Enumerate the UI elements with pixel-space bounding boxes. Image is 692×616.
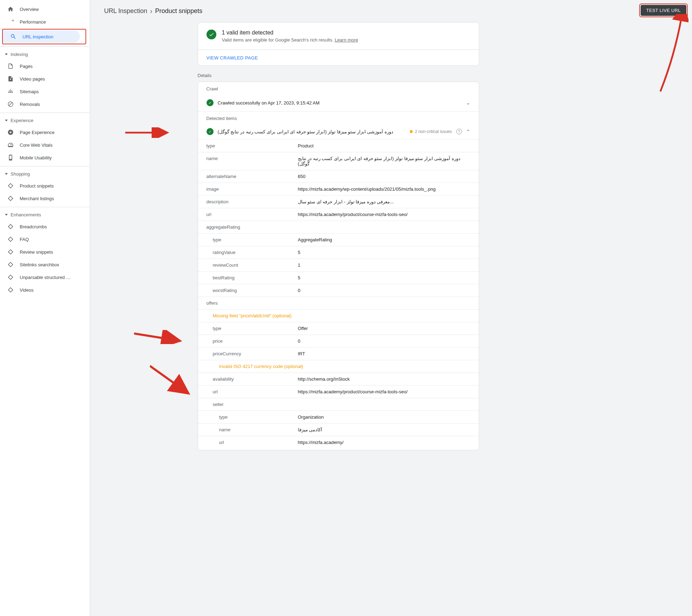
test-live-url-button[interactable]: TEST LIVE URL (641, 5, 686, 16)
sidebar-section-experience[interactable]: Experience (0, 115, 84, 126)
label: Pages (20, 64, 33, 69)
help-icon[interactable]: ? (456, 129, 462, 134)
block-icon (7, 101, 14, 108)
table-row: reviewCount1 (198, 259, 479, 271)
sidebar-section-enhancements[interactable]: Enhancements (0, 209, 84, 220)
sidebar-item-removals[interactable]: Removals (0, 98, 84, 110)
sidebar-item-page-experience[interactable]: Page Experience (0, 126, 84, 139)
diamond-icon (7, 274, 14, 281)
summary-subtitle: Valid items are eligible for Google Sear… (222, 37, 358, 43)
sidebar-section-shopping[interactable]: Shopping (0, 169, 84, 179)
page-icon (7, 63, 14, 70)
item-name: دوره آموزشی ابزار سئو میزفا تولز (ابزار … (218, 129, 406, 134)
chevron-up-icon[interactable]: ⌃ (466, 129, 470, 134)
table-row: priceCurrencyIRT (198, 347, 479, 360)
sidebar-section-indexing[interactable]: Indexing (0, 49, 84, 60)
plus-circle-icon (7, 129, 14, 136)
table-row: price0 (198, 335, 479, 347)
sidebar-item-overview[interactable]: Overview (0, 3, 84, 15)
diamond-icon (7, 261, 14, 268)
svg-line-2 (150, 366, 187, 392)
label: Sitemaps (20, 89, 39, 94)
details-label: Details (198, 73, 479, 78)
table-row: bestRating5 (198, 271, 479, 284)
search-icon (10, 33, 17, 40)
label: Product snippets (20, 183, 54, 189)
label: Mobile Usability (20, 155, 52, 160)
view-crawled-page-button[interactable]: VIEW CRAWLED PAGE (207, 55, 258, 61)
trend-icon (7, 18, 14, 25)
sidebar-item-video-pages[interactable]: Video pages (0, 72, 84, 85)
label: Removals (20, 102, 40, 107)
sidebar-item-unparsable[interactable]: Unparsable structured … (0, 271, 84, 284)
label: Videos (20, 287, 34, 293)
table-row: aggregateRating (198, 221, 479, 233)
highlight-url-inspection: URL inspection (2, 29, 86, 44)
label: Breadcrumbs (20, 224, 47, 229)
chevron-down-icon[interactable]: ⌄ (466, 100, 470, 106)
triangle-icon (5, 173, 8, 175)
annotation-arrow (125, 127, 171, 138)
label: Core Web Vitals (20, 142, 52, 148)
issues-badge: 2 non-critical issues (410, 129, 452, 134)
separator (0, 207, 90, 207)
sitemap-icon (7, 88, 14, 95)
diamond-icon (7, 182, 14, 189)
diamond-icon (7, 236, 14, 243)
sidebar-item-videos[interactable]: Videos (0, 284, 84, 296)
label: Performance (20, 19, 46, 25)
table-row: typeProduct (198, 139, 479, 152)
sidebar-item-cwv[interactable]: Core Web Vitals (0, 139, 84, 151)
label: Page Experience (20, 130, 55, 135)
main-content: URL Inspection › Product snippets TEST L… (90, 0, 692, 616)
warning-row: Missing field "priceValidUntil" (optiona… (198, 309, 479, 322)
crawl-status-row[interactable]: ✓ Crawled successfully on Apr 17, 2023, … (198, 94, 479, 112)
sidebar-item-merchant[interactable]: Merchant listings (0, 192, 84, 205)
crawl-header: Crawl (198, 82, 479, 94)
triangle-icon (5, 214, 8, 216)
triangle-icon (5, 120, 8, 121)
sidebar-item-product-snippets[interactable]: Product snippets (0, 179, 84, 192)
table-row: alternateName650 (198, 170, 479, 183)
label: Review snippets (20, 249, 53, 255)
label: Indexing (11, 52, 28, 57)
sidebar-item-url-inspection[interactable]: URL inspection (3, 30, 80, 43)
sidebar-item-performance[interactable]: Performance (0, 15, 84, 28)
learn-more-link[interactable]: Learn more (335, 37, 358, 43)
sidebar-item-sitemaps[interactable]: Sitemaps (0, 85, 84, 98)
table-row: ratingValue5 (198, 246, 479, 259)
table-row: typeAggregateRating (198, 233, 479, 246)
diamond-icon (7, 195, 14, 202)
diamond-icon (7, 248, 14, 255)
summary-title: 1 valid item detected (222, 30, 358, 36)
label: Shopping (11, 171, 30, 177)
mobile-icon (7, 154, 14, 161)
table-row: nameآکادمی میزفا (198, 423, 479, 436)
table-row: availabilityhttp://schema.org/InStock (198, 373, 479, 385)
breadcrumb-current: Product snippets (155, 7, 202, 15)
check-circle-icon: ✓ (207, 99, 214, 106)
table-row: typeOffer (198, 322, 479, 335)
sidebar-item-review[interactable]: Review snippets (0, 246, 84, 258)
label: Video pages (20, 76, 45, 82)
detected-items-header: Detected items (198, 112, 479, 124)
breadcrumb-link[interactable]: URL Inspection (104, 7, 147, 15)
sidebar-item-pages[interactable]: Pages (0, 60, 84, 72)
separator (0, 46, 90, 47)
video-page-icon (7, 75, 14, 82)
table-row: nameدوره آموزشی ابزار سئو میزفا تولز (اب… (198, 152, 479, 170)
gauge-icon (7, 141, 14, 148)
detected-item-header[interactable]: ✓ دوره آموزشی ابزار سئو میزفا تولز (ابزا… (198, 124, 479, 139)
table-row: typeOrganization (198, 411, 479, 423)
sidebar-item-sitelinks[interactable]: Sitelinks searchbox (0, 258, 84, 271)
annotation-arrow (653, 14, 688, 95)
table-row: urlhttps://mizfa.academy/ (198, 436, 479, 449)
svg-line-1 (134, 334, 178, 341)
warning-row: Invalid ISO 4217 currency code (optional… (198, 360, 479, 373)
sidebar-item-breadcrumbs[interactable]: Breadcrumbs (0, 220, 84, 233)
label: Unparsable structured … (20, 275, 71, 280)
check-circle-icon (207, 30, 216, 39)
chevron-right-icon: › (150, 7, 152, 15)
sidebar-item-faq[interactable]: FAQ (0, 233, 84, 246)
sidebar-item-mobile[interactable]: Mobile Usability (0, 151, 84, 164)
